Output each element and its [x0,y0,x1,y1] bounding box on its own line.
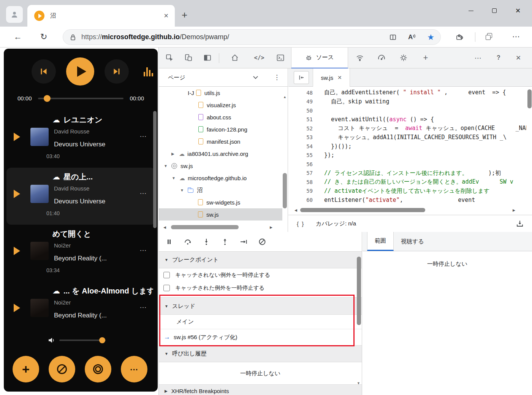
more-actions-button[interactable]: ... [121,356,147,382]
file-tree-item[interactable]: favicon-128.png [159,123,282,135]
settings-gear-icon[interactable] [398,52,409,63]
scroll-right-icon[interactable]: ▶ [513,208,515,212]
profile-button[interactable] [6,6,23,23]
close-button[interactable]: ✕ [506,1,530,20]
maximize-button[interactable] [483,1,506,20]
network-panel-icon[interactable] [355,52,365,63]
tab-watch[interactable]: 視聴する [394,232,431,251]
track-item[interactable]: ☁星の上...David RousseDevours Universe01:40… [6,168,155,225]
code-line[interactable]: 52 コスト キャッシュ = await キャッシュ。open(CACHE _N… [288,124,526,133]
refresh-button[interactable]: ↻ [40,32,47,42]
tree-arrow-icon[interactable]: ▼ [164,164,171,168]
progress-slider[interactable] [38,98,124,99]
tab-close-icon[interactable]: ✕ [337,75,342,81]
editor-file-tab[interactable]: sw.js ✕ [313,68,350,87]
step-over-icon[interactable] [184,238,192,246]
scrollbar-thumb[interactable] [171,225,239,229]
split-screen-icon[interactable] [389,33,397,41]
previous-track-button[interactable] [32,59,56,84]
sources-panel-tab[interactable]: ソース [291,48,348,68]
checkbox[interactable] [163,285,170,291]
clear-playlist-button[interactable] [49,356,75,382]
expand-arrow-icon[interactable]: ▼ [165,304,168,308]
record-button[interactable] [85,356,111,382]
track-menu-button[interactable]: … [139,130,147,139]
step-into-icon[interactable] [202,238,211,246]
scroll-left-icon[interactable]: ◀ [163,225,166,229]
track-item[interactable]: めて開くとNoi2erBeyond Reality (...03:34… [6,225,155,282]
volume-slider[interactable] [59,339,106,341]
editor-vertical-scrollbar[interactable] [527,89,532,108]
code-line[interactable]: 50 [288,106,526,115]
collections-icon[interactable] [486,33,492,40]
track-item[interactable]: ☁レユニオンDavid RousseDevours Universe03:40… [6,111,155,168]
track-item[interactable]: ☁... を Aloe-Almond します。Noi2erBeyond Real… [6,282,155,339]
code-line[interactable]: 59// activateイベントを使用して古いキャッシュを削除します [288,187,526,196]
device-emulation-icon[interactable] [183,52,194,63]
editor-horizontal-scrollbar[interactable]: ◀ ▶ [288,207,526,214]
welcome-home-icon[interactable] [230,52,240,63]
code-line[interactable]: 55}); [288,151,526,160]
navigator-menu-icon[interactable]: ⋮ [274,73,280,81]
console-panel-icon[interactable] [275,52,286,63]
file-tree-item[interactable]: manifest.json [159,135,282,148]
code-area[interactable]: 48自己。addEventListener( " install " , eve… [288,87,526,205]
new-tab-button[interactable]: + [182,10,187,20]
devtools-menu-icon[interactable]: ⋯ [473,52,483,63]
file-tree-item[interactable]: I-Jutils.js [159,87,282,99]
performance-panel-icon[interactable] [376,52,387,63]
tree-horizontal-scrollbar[interactable]: ◀ ▶ [159,224,282,232]
browser-menu-icon[interactable]: ⋯ [512,32,520,41]
dock-side-icon[interactable] [202,52,213,63]
code-line[interactable]: 51 event.waitUntil((async () => { [288,115,526,124]
step-icon[interactable] [239,238,248,246]
threads-section-header[interactable]: ▼ スレッド [159,297,362,315]
file-tree-item[interactable]: visualizer.js [159,99,282,111]
pause-uncaught-row[interactable]: キャッチされない例外を一時停止する [159,268,362,281]
help-icon[interactable]: ? [493,52,504,63]
minimize-button[interactable] [459,1,483,20]
tab-scope[interactable]: 範囲 [367,232,394,251]
expand-arrow-icon[interactable]: ▼ [165,258,168,262]
more-tools-icon[interactable]: + [420,52,431,63]
chevron-down-icon[interactable] [253,74,258,79]
tab-close-icon[interactable]: ✕ [164,12,169,19]
browser-tab[interactable]: 沼 ✕ [27,5,175,27]
track-play-icon[interactable] [14,133,20,141]
callstack-section-header[interactable]: ▼ 呼び出し履歴 [159,345,362,362]
code-line[interactable]: 60entListener("activate", event [288,195,526,205]
file-tree-item[interactable]: ▼沼 [159,184,282,196]
file-tree-item[interactable]: sw-widgets.js [159,196,282,208]
file-tree-item[interactable]: ▼☁microsoftedge.github.io [159,172,282,184]
hide-navigator-button[interactable] [294,71,309,84]
track-menu-button[interactable]: … [139,187,147,196]
code-line[interactable]: 53 キャッシュ。addA11(INITIAL_CACHED_RESOURCES… [288,133,526,142]
scroll-up-icon[interactable]: ▲ [283,95,287,99]
code-line[interactable]: 56 [288,160,526,169]
code-line[interactable]: 49 自己。skip waiting [288,97,526,106]
back-button[interactable]: ← [14,32,22,42]
pause-icon[interactable] [165,238,173,246]
file-tree-item[interactable]: about.css [159,111,282,123]
url-bar[interactable]: https://microsoftedge.github.io/Demos/pw… [63,29,441,45]
elements-panel-icon[interactable]: </> [254,52,264,63]
track-play-icon[interactable] [14,190,20,198]
collapse-arrow-icon[interactable]: ▶ [165,389,168,393]
breakpoints-section-header[interactable]: ▼ ブレークポイント [159,252,362,268]
progress-knob[interactable] [44,95,51,102]
tree-arrow-icon[interactable]: ▼ [172,176,179,180]
code-line[interactable]: 54 })()); [288,142,526,151]
thread-active-row[interactable]: → sw.js #56 (アクティブ化) [159,329,362,345]
playlist-scrollbar[interactable] [153,111,157,228]
code-line[interactable]: 58// き、または自己の新しいバージョンを開くとき。addEv SW v [288,178,526,187]
play-button[interactable] [66,57,94,86]
track-play-icon[interactable] [14,304,20,312]
volume-knob[interactable] [99,337,105,343]
deactivate-breakpoints-icon[interactable] [258,238,266,246]
tree-arrow-icon[interactable]: ▶ [171,152,179,156]
file-tree-item[interactable]: ▼sw.js [159,160,282,172]
page-tab-label[interactable]: ページ [168,74,185,81]
tree-arrow-icon[interactable]: ▼ [180,188,188,192]
track-menu-button[interactable]: … [139,301,147,310]
file-tree-item[interactable]: sw.js [159,208,282,221]
